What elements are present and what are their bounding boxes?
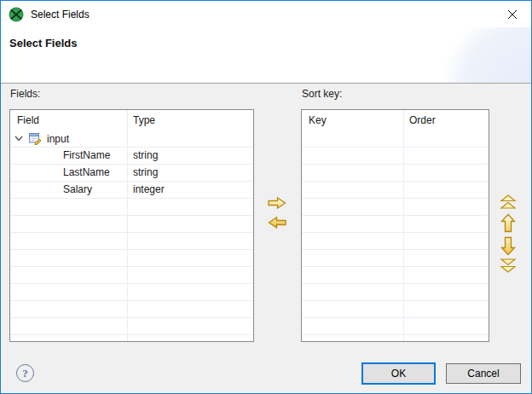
fields-empty-row-field-cell <box>10 199 128 215</box>
fields-empty-row <box>10 216 253 233</box>
fields-empty-row-type-cell <box>128 318 253 334</box>
fields-empty-row-type-cell <box>128 335 253 342</box>
field-row-salary[interactable]: Salaryinteger <box>10 182 253 199</box>
window-title: Select Fields <box>31 9 90 20</box>
sort-empty-row <box>302 216 489 233</box>
sort-empty-row-type-cell <box>404 267 489 283</box>
sort-empty-row-type-cell <box>404 233 489 249</box>
fields-empty-row <box>10 233 253 250</box>
tree-node-row[interactable]: input <box>10 130 253 148</box>
field-row-firstname[interactable]: FirstNamestring <box>10 148 253 165</box>
sort-empty-row-type-cell <box>404 199 489 215</box>
sort-empty-row <box>302 165 489 182</box>
fields-empty-row-type-cell <box>128 301 253 317</box>
arrow-left-icon <box>267 216 287 229</box>
fields-empty-row-field-cell <box>10 301 128 317</box>
field-row-lastname-field-cell: LastName <box>10 165 128 181</box>
select-fields-dialog: Select Fields Select Fields Fields: Sort… <box>0 0 532 394</box>
sort-empty-row-type-cell <box>404 284 489 300</box>
arrow-up-icon <box>500 213 517 233</box>
fields-table: Field Type inputFirstNamestringLastNames… <box>9 109 254 342</box>
fields-empty-row-type-cell <box>128 233 253 249</box>
fields-empty-row-type-cell <box>128 216 253 232</box>
sort-empty-row-field-cell <box>302 233 404 249</box>
field-row-firstname-field-cell: FirstName <box>10 148 128 164</box>
sort-empty-row-field-cell <box>302 216 404 232</box>
sort-empty-row-field-cell <box>302 199 404 215</box>
sort-empty-row <box>302 182 489 199</box>
fields-empty-row <box>10 284 253 301</box>
fields-empty-row <box>10 267 253 284</box>
fields-empty-row <box>10 335 253 342</box>
sort-empty-row-field-cell <box>302 182 404 198</box>
fields-empty-row-field-cell <box>10 250 128 266</box>
double-chevron-up-icon <box>499 194 518 210</box>
sort-empty-row-type-cell <box>404 250 489 266</box>
move-right-button[interactable] <box>267 196 287 210</box>
column-header-type[interactable]: Type <box>128 110 253 130</box>
sort-empty-row-field-cell <box>302 130 404 147</box>
fields-label: Fields: <box>10 88 40 100</box>
fields-empty-row <box>10 318 253 335</box>
sort-empty-row-field-cell <box>302 165 404 181</box>
field-row-lastname[interactable]: LastNamestring <box>10 165 253 182</box>
fields-table-header: Field Type <box>10 110 253 130</box>
sort-empty-row-type-cell <box>404 130 489 147</box>
move-left-button[interactable] <box>267 216 287 229</box>
fields-empty-row <box>10 199 253 216</box>
sort-empty-row-type-cell <box>404 335 489 342</box>
sort-empty-row <box>302 148 489 165</box>
dialog-heading: Select Fields <box>9 37 77 49</box>
titlebar[interactable]: Select Fields <box>1 1 531 27</box>
fields-empty-row-field-cell <box>10 335 128 342</box>
close-icon <box>507 9 518 20</box>
field-row-salary-field-cell: Salary <box>10 182 128 198</box>
sort-empty-row-field-cell <box>302 318 404 334</box>
column-header-field[interactable]: Field <box>10 110 128 130</box>
fields-empty-row-type-cell <box>128 250 253 266</box>
move-up-button[interactable] <box>500 213 517 233</box>
fields-empty-row-field-cell <box>10 284 128 300</box>
fields-table-rows: inputFirstNamestringLastNamestringSalary… <box>10 130 253 342</box>
sort-empty-row-type-cell <box>404 318 489 334</box>
field-row-firstname-type-cell: string <box>128 148 253 164</box>
move-to-bottom-button[interactable] <box>499 258 518 274</box>
ok-button[interactable]: OK <box>361 362 436 385</box>
tree-node-row-type-cell <box>128 130 253 147</box>
sort-empty-row-type-cell <box>404 182 489 198</box>
sort-empty-row-field-cell <box>302 335 404 342</box>
cancel-button[interactable]: Cancel <box>446 363 521 384</box>
column-header-order[interactable]: Order <box>404 110 489 130</box>
field-row-salary-type-cell: integer <box>128 182 253 198</box>
sort-empty-row <box>302 267 489 284</box>
fields-empty-row-field-cell <box>10 233 128 249</box>
sort-empty-row <box>302 130 489 148</box>
sort-empty-row <box>302 233 489 250</box>
arrow-right-icon <box>267 196 287 210</box>
move-down-button[interactable] <box>500 236 517 256</box>
record-icon <box>28 132 42 145</box>
sort-empty-row-field-cell <box>302 148 404 164</box>
sort-empty-row-type-cell <box>404 301 489 317</box>
fields-empty-row <box>10 250 253 267</box>
sort-table-rows <box>302 130 489 342</box>
app-icon <box>9 7 24 22</box>
sort-empty-row-type-cell <box>404 148 489 164</box>
sort-empty-row <box>302 284 489 301</box>
dialog-header: Select Fields <box>1 27 531 84</box>
field-row-lastname-type-cell: string <box>128 165 253 181</box>
sort-table-header: Key Order <box>302 110 489 130</box>
sort-empty-row <box>302 199 489 216</box>
fields-empty-row-field-cell <box>10 318 128 334</box>
sort-empty-row-field-cell <box>302 267 404 283</box>
chevron-down-icon[interactable] <box>14 134 24 143</box>
tree-node-row-field-cell: input <box>10 130 128 147</box>
sort-empty-row <box>302 318 489 335</box>
fields-empty-row-field-cell <box>10 216 128 232</box>
sort-key-table: Key Order <box>301 109 489 342</box>
close-button[interactable] <box>493 1 531 27</box>
sort-key-label: Sort key: <box>302 88 342 100</box>
column-header-key[interactable]: Key <box>302 110 404 130</box>
help-button[interactable]: ? <box>16 364 34 382</box>
move-to-top-button[interactable] <box>499 194 518 210</box>
